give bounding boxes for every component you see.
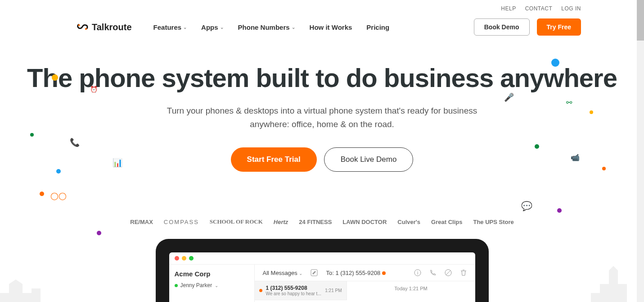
chevron-down-icon: ⌄ xyxy=(220,25,224,30)
brand-name: Talkroute xyxy=(92,22,132,32)
decor-dot xyxy=(535,144,539,149)
workspace-name: Acme Corp xyxy=(175,270,249,278)
block-icon[interactable] xyxy=(445,269,452,276)
decor-dot xyxy=(56,169,61,174)
chevron-down-icon: ⌄ xyxy=(215,283,218,288)
talkroute-logo-icon xyxy=(77,23,89,32)
decor-dot xyxy=(590,110,593,114)
app-sidebar: Acme Corp Jenny Parker ⌄ xyxy=(169,265,255,302)
client-logos: RE/MAX COMPASS SCHOOL OF ROCK Hertz 24 F… xyxy=(130,218,514,225)
device-mockup: Acme Corp Jenny Parker ⌄ All Messages ⌄ … xyxy=(156,239,489,302)
decor-dot xyxy=(602,167,606,170)
compose-icon[interactable] xyxy=(311,269,318,276)
hero-section: The phone system built to do business an… xyxy=(0,63,644,172)
window-controls xyxy=(169,252,475,265)
logo-lawndoctor: LAWN DOCTOR xyxy=(342,219,387,225)
skyline-right-icon xyxy=(591,266,636,302)
decor-dot xyxy=(551,59,559,67)
main-nav: Features⌄ Apps⌄ Phone Numbers⌄ How it Wo… xyxy=(153,23,390,31)
main-pane: All Messages ⌄ To: 1 (312) 555-9208 i 1 … xyxy=(255,265,475,302)
decor-dot xyxy=(557,208,562,213)
logo-remax: RE/MAX xyxy=(130,219,153,225)
message-preview: We are so happy to hear t... xyxy=(266,291,322,296)
thread-timestamp: Today 1:21 PM xyxy=(394,286,427,291)
scrollbar-thumb[interactable] xyxy=(637,0,644,41)
start-free-trial-button[interactable]: Start Free Trial xyxy=(231,147,317,172)
svg-point-1 xyxy=(78,24,80,26)
messages-toolbar: All Messages ⌄ To: 1 (312) 555-9208 i xyxy=(255,265,475,281)
trash-icon[interactable] xyxy=(460,269,467,276)
info-icon[interactable]: i xyxy=(414,269,421,276)
svg-line-6 xyxy=(446,270,450,275)
login-link[interactable]: LOG IN xyxy=(561,5,581,12)
hero-headline: The phone system built to do business an… xyxy=(9,63,635,93)
presence-dot-icon xyxy=(175,284,178,287)
skyline-left-icon xyxy=(0,275,72,302)
brand-logo[interactable]: Talkroute xyxy=(77,22,132,32)
try-free-button[interactable]: Try Free xyxy=(537,18,581,36)
nav-how-it-works[interactable]: How it Works xyxy=(310,23,352,31)
chevron-down-icon: ⌄ xyxy=(292,25,295,30)
help-link[interactable]: HELP xyxy=(501,5,516,12)
to-field: To: 1 (312) 555-9208 xyxy=(326,270,386,276)
close-dot-icon xyxy=(175,256,179,261)
nav-pricing[interactable]: Pricing xyxy=(366,23,389,31)
contact-link[interactable]: CONTACT xyxy=(525,5,553,12)
mic-icon: 🎤 xyxy=(504,92,514,102)
logo-culvers: Culver's xyxy=(397,219,420,225)
logo-greatclips: Great Clips xyxy=(431,219,462,225)
status-dot-icon xyxy=(382,271,386,275)
nav-phone-numbers[interactable]: Phone Numbers⌄ xyxy=(238,23,295,31)
logo-compass: COMPASS xyxy=(164,219,199,225)
page-scrollbar[interactable] xyxy=(637,0,644,302)
top-utility-links: HELP CONTACT LOG IN xyxy=(501,5,581,12)
app-screen: Acme Corp Jenny Parker ⌄ All Messages ⌄ … xyxy=(169,252,475,302)
video-icon: 📹 xyxy=(571,153,580,162)
decor-dot xyxy=(97,231,101,235)
main-header: Talkroute Features⌄ Apps⌄ Phone Numbers⌄… xyxy=(77,18,581,36)
logo-upsstore: The UPS Store xyxy=(473,219,513,225)
decor-dot xyxy=(40,192,44,196)
logo-hertz: Hertz xyxy=(274,219,288,225)
current-user[interactable]: Jenny Parker ⌄ xyxy=(175,282,249,288)
app-body: Acme Corp Jenny Parker ⌄ All Messages ⌄ … xyxy=(169,265,475,302)
nav-features[interactable]: Features⌄ xyxy=(153,23,187,31)
maximize-dot-icon xyxy=(189,256,194,261)
header-actions: Book Demo Try Free xyxy=(474,18,581,36)
logo-schoolofrock: SCHOOL OF ROCK xyxy=(210,218,263,225)
phone-icon[interactable] xyxy=(429,269,437,276)
org-icon: ⚯ xyxy=(566,98,572,107)
nav-apps[interactable]: Apps⌄ xyxy=(201,23,224,31)
thread-pane: Today 1:21 PM xyxy=(347,281,475,300)
hero-subtext: Turn your phones & desktops into a virtu… xyxy=(165,104,480,132)
message-time: 1:21 PM xyxy=(325,288,342,293)
message-list-item[interactable]: 1 (312) 555-9208 We are so happy to hear… xyxy=(255,281,347,300)
unread-dot-icon xyxy=(259,289,262,292)
minimize-dot-icon xyxy=(182,256,186,261)
book-demo-button[interactable]: Book Demo xyxy=(474,18,530,36)
chevron-down-icon: ⌄ xyxy=(183,25,187,30)
svg-text:i: i xyxy=(417,270,418,275)
voicemail-icon: ◯◯ xyxy=(50,192,67,200)
chat-icon: 💬 xyxy=(521,201,532,211)
filter-dropdown[interactable]: All Messages ⌄ xyxy=(263,270,303,276)
decor-dot xyxy=(52,74,58,81)
phone-icon: 📞 xyxy=(70,137,80,147)
decor-dot xyxy=(30,133,34,137)
clock-icon: ⏰ xyxy=(90,86,98,93)
hero-actions: Start Free Trial Book Live Demo xyxy=(9,147,635,172)
logo-24fitness: 24 FITNESS xyxy=(299,219,332,225)
message-row: 1 (312) 555-9208 We are so happy to hear… xyxy=(255,281,475,300)
svg-point-0 xyxy=(85,28,87,30)
message-number: 1 (312) 555-9208 xyxy=(266,285,322,291)
chart-icon: 📊 xyxy=(113,158,122,168)
chevron-down-icon: ⌄ xyxy=(299,271,302,276)
book-live-demo-button[interactable]: Book Live Demo xyxy=(324,147,414,172)
